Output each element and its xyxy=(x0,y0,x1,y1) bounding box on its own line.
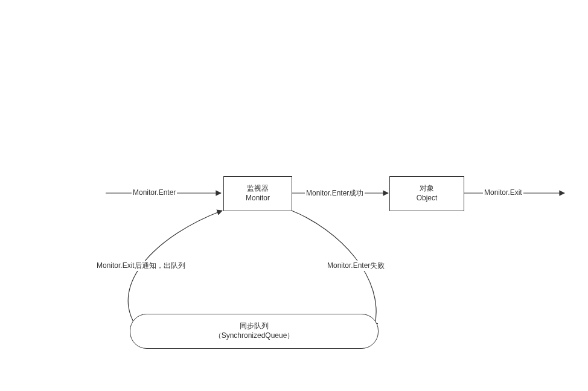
node-queue-title: 同步队列 xyxy=(240,322,269,331)
node-queue-sub: （SynchronizedQueue） xyxy=(214,331,295,341)
label-exit-notify: Monitor.Exit后通知，出队列 xyxy=(95,261,187,271)
node-object: 对象 Object xyxy=(389,176,464,211)
node-object-title: 对象 xyxy=(420,184,434,194)
label-enter-success: Monitor.Enter成功 xyxy=(305,188,365,199)
label-exit: Monitor.Exit xyxy=(483,188,523,197)
label-enter-fail: Monitor.Enter失败 xyxy=(326,261,386,271)
diagram-canvas: 监视器 Monitor 对象 Object 同步队列 （Synchronized… xyxy=(0,0,588,391)
node-monitor: 监视器 Monitor xyxy=(223,176,292,211)
node-queue: 同步队列 （SynchronizedQueue） xyxy=(130,314,379,349)
node-monitor-title: 监视器 xyxy=(247,184,269,194)
node-object-sub: Object xyxy=(417,194,438,203)
label-enter: Monitor.Enter xyxy=(132,188,177,197)
node-monitor-sub: Monitor xyxy=(246,194,270,203)
